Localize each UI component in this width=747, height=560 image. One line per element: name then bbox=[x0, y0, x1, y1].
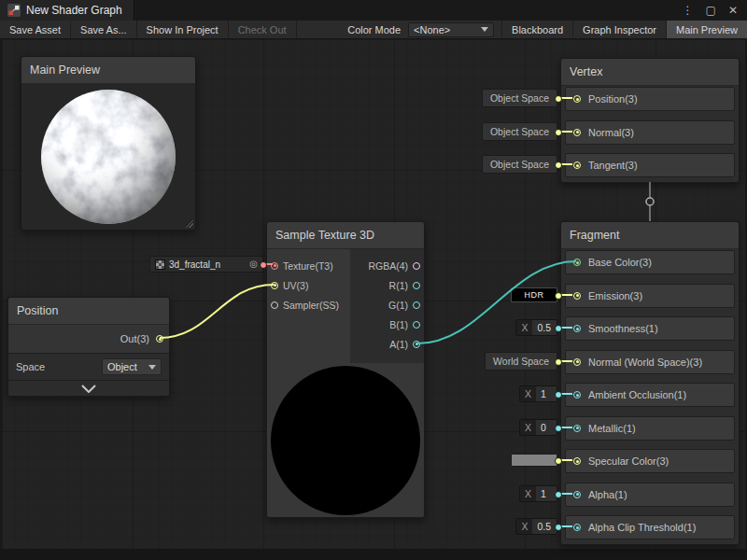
input-port[interactable] bbox=[573, 524, 581, 531]
chevron-down-icon bbox=[148, 365, 156, 370]
color-mode-dropdown[interactable]: <None> bbox=[408, 22, 494, 37]
emission-hdr-color-swatch[interactable]: HDR bbox=[511, 287, 557, 302]
input-port[interactable] bbox=[573, 391, 581, 399]
fragment-row-metallic[interactable]: Metallic(1) bbox=[565, 416, 735, 441]
input-port[interactable] bbox=[271, 282, 278, 289]
port-label: Base Color(3) bbox=[588, 257, 652, 268]
resize-handle[interactable] bbox=[185, 219, 193, 228]
fragment-row-emission[interactable]: Emission(3) bbox=[565, 284, 735, 308]
input-port[interactable] bbox=[573, 161, 581, 169]
main-preview-panel[interactable]: Main Preview bbox=[21, 56, 196, 231]
port-row-out[interactable]: Out(3) bbox=[8, 325, 169, 354]
fragment-row-specular-color[interactable]: Specular Color(3) bbox=[565, 449, 735, 473]
position-node-header[interactable]: Position bbox=[8, 298, 169, 325]
fragment-row-normal[interactable]: Normal (World Space)(3) bbox=[565, 350, 735, 374]
space-dropdown[interactable]: Object bbox=[102, 358, 162, 375]
port-row-b[interactable]: B(1) bbox=[368, 315, 420, 333]
output-port[interactable] bbox=[413, 321, 420, 329]
collapse-preview-button[interactable] bbox=[8, 380, 169, 396]
port-row-g[interactable]: G(1) bbox=[368, 296, 420, 314]
wire-stub bbox=[557, 525, 572, 527]
toolbar: Save Asset Save As... Show In Project Ch… bbox=[0, 21, 747, 39]
specular-color-swatch[interactable] bbox=[511, 454, 557, 467]
input-port[interactable] bbox=[271, 301, 278, 309]
output-port[interactable] bbox=[156, 335, 163, 343]
port-label: Metallic(1) bbox=[588, 423, 636, 434]
main-preview-toggle-button[interactable]: Main Preview bbox=[666, 21, 747, 38]
normal-space-binding[interactable]: Object Space bbox=[482, 122, 557, 141]
save-as-button[interactable]: Save As... bbox=[71, 21, 137, 38]
blackboard-toggle-button[interactable]: Blackboard bbox=[501, 21, 572, 38]
window-tab[interactable]: New Shader Graph bbox=[0, 0, 134, 21]
vertex-node[interactable]: Vertex Position(3) Normal(3) Tangent(3) bbox=[560, 58, 740, 183]
position-node[interactable]: Position Out(3) Space Object bbox=[7, 297, 170, 397]
vertex-row-position[interactable]: Position(3) bbox=[565, 87, 735, 111]
maximize-icon[interactable]: ▢ bbox=[706, 5, 716, 16]
port-label: Position(3) bbox=[588, 93, 638, 105]
alpha-float-field[interactable]: X 1 bbox=[519, 485, 557, 502]
fragment-node[interactable]: Fragment Base Color(3) Emission(3) Smoot… bbox=[560, 221, 740, 545]
sample-node-header[interactable]: Sample Texture 3D bbox=[267, 222, 424, 249]
check-out-button: Check Out bbox=[229, 21, 297, 38]
port-row-r[interactable]: R(1) bbox=[368, 276, 420, 294]
sample-node-title: Sample Texture 3D bbox=[275, 229, 374, 242]
vertex-node-header[interactable]: Vertex bbox=[561, 59, 739, 86]
fragment-row-alpha-clip-threshold[interactable]: Alpha Clip Threshold(1) bbox=[565, 515, 735, 539]
alpha-clip-threshold-float-field[interactable]: X 0.5 bbox=[515, 518, 557, 535]
sample-preview-sphere bbox=[271, 366, 420, 515]
save-asset-button[interactable]: Save Asset bbox=[0, 21, 71, 38]
port-row-uv[interactable]: UV(3) bbox=[271, 276, 339, 294]
object-picker-icon[interactable]: ◎ bbox=[249, 259, 258, 269]
input-port[interactable] bbox=[573, 95, 581, 103]
input-port[interactable] bbox=[573, 425, 581, 432]
position-space-binding[interactable]: Object Space bbox=[482, 89, 557, 107]
vertex-row-normal[interactable]: Normal(3) bbox=[565, 120, 735, 145]
input-port[interactable] bbox=[573, 491, 581, 498]
output-port[interactable] bbox=[413, 341, 420, 348]
input-port[interactable] bbox=[573, 325, 581, 332]
fragment-node-header[interactable]: Fragment bbox=[561, 222, 739, 249]
shader-graph-window: New Shader Graph ⋮ ▢ ✕ Save Asset Save A… bbox=[0, 0, 747, 560]
input-port[interactable] bbox=[573, 129, 581, 136]
sample-texture-3d-node[interactable]: Sample Texture 3D Texture(T3) UV(3) Samp… bbox=[266, 221, 425, 518]
main-preview-viewport[interactable] bbox=[21, 84, 195, 230]
texture-object-field[interactable]: 3d_fractal_n ◎ bbox=[149, 256, 263, 273]
input-port-column: Texture(T3) UV(3) Sampler(SS) bbox=[271, 257, 339, 355]
normal-space-binding-fragment[interactable]: World Space bbox=[485, 352, 557, 371]
main-preview-header[interactable]: Main Preview bbox=[21, 57, 195, 84]
input-port[interactable] bbox=[573, 292, 581, 300]
space-value: Object bbox=[107, 361, 137, 372]
output-port[interactable] bbox=[413, 282, 420, 289]
graph-inspector-toggle-button[interactable]: Graph Inspector bbox=[572, 21, 666, 38]
fragment-row-base-color[interactable]: Base Color(3) bbox=[565, 250, 735, 274]
output-port[interactable] bbox=[413, 262, 420, 270]
x-axis-label: X bbox=[520, 386, 536, 401]
kebab-menu-icon[interactable]: ⋮ bbox=[683, 5, 694, 16]
tangent-space-binding[interactable]: Object Space bbox=[482, 155, 557, 174]
input-port[interactable] bbox=[573, 259, 581, 266]
fragment-row-smoothness[interactable]: Smoothness(1) bbox=[565, 316, 735, 341]
input-port[interactable] bbox=[573, 358, 581, 366]
port-row-texture[interactable]: Texture(T3) bbox=[271, 257, 339, 274]
wire-stub bbox=[557, 493, 572, 495]
port-row-rgba[interactable]: RGBA(4) bbox=[368, 257, 420, 274]
float-value[interactable]: 0.5 bbox=[532, 519, 557, 534]
metallic-float-field[interactable]: X 0 bbox=[519, 419, 557, 436]
float-value[interactable]: 1 bbox=[536, 386, 557, 401]
ambient-occlusion-float-field[interactable]: X 1 bbox=[519, 385, 557, 402]
port-label: Normal (World Space)(3) bbox=[588, 357, 702, 368]
input-port[interactable] bbox=[573, 457, 581, 465]
port-row-a[interactable]: A(1) bbox=[368, 335, 420, 353]
vertex-row-tangent[interactable]: Tangent(3) bbox=[565, 153, 735, 177]
show-in-project-button[interactable]: Show In Project bbox=[137, 21, 229, 38]
float-value[interactable]: 1 bbox=[536, 486, 557, 501]
float-value[interactable]: 0 bbox=[536, 420, 557, 435]
fragment-row-ambient-occlusion[interactable]: Ambient Occlusion(1) bbox=[565, 383, 735, 407]
port-row-sampler[interactable]: Sampler(SS) bbox=[271, 296, 339, 314]
fragment-row-alpha[interactable]: Alpha(1) bbox=[565, 483, 735, 507]
float-value[interactable]: 0.5 bbox=[532, 320, 557, 335]
close-icon[interactable]: ✕ bbox=[728, 5, 738, 16]
wire-stub bbox=[557, 459, 572, 461]
output-port[interactable] bbox=[413, 301, 420, 309]
smoothness-float-field[interactable]: X 0.5 bbox=[515, 319, 557, 336]
